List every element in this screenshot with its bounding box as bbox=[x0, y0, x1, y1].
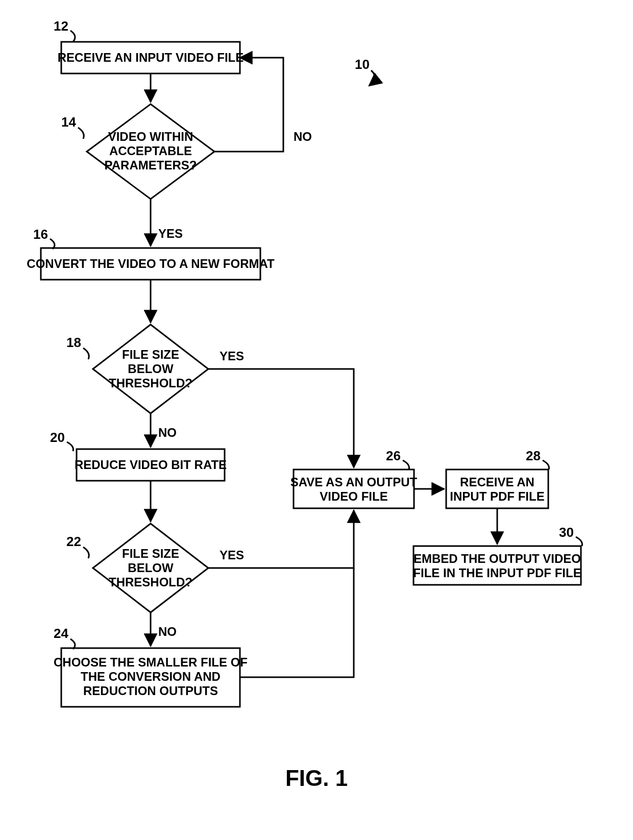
node-12-text: RECEIVE AN INPUT VIDEO FILE bbox=[58, 51, 244, 64]
edge-22-yes-label: YES bbox=[220, 548, 244, 562]
node-16-text: CONVERT THE VIDEO TO A NEW FORMAT bbox=[27, 257, 275, 270]
edge-22-no-label: NO bbox=[158, 625, 177, 638]
svg-text:BELOW: BELOW bbox=[128, 561, 174, 575]
node-18: FILE SIZE BELOW THRESHOLD? 18 bbox=[66, 325, 208, 413]
ref-10: 10 bbox=[355, 57, 370, 72]
node-20: REDUCE VIDEO BIT RATE 20 bbox=[50, 430, 227, 481]
ref-16: 16 bbox=[33, 227, 48, 242]
ref-12: 12 bbox=[54, 18, 68, 34]
svg-text:RECEIVE AN: RECEIVE AN bbox=[460, 475, 534, 489]
ref-26: 26 bbox=[386, 448, 401, 463]
node-22: FILE SIZE BELOW THRESHOLD? 22 bbox=[66, 524, 208, 612]
svg-text:EMBED THE OUTPUT VIDEO: EMBED THE OUTPUT VIDEO bbox=[413, 552, 581, 565]
figure-title: FIG. 1 bbox=[285, 765, 348, 790]
node-28: RECEIVE AN INPUT PDF FILE 28 bbox=[446, 448, 549, 508]
ref-24: 24 bbox=[54, 626, 68, 641]
svg-text:FILE IN THE INPUT PDF FILE: FILE IN THE INPUT PDF FILE bbox=[413, 566, 581, 580]
ref-14: 14 bbox=[61, 114, 76, 130]
svg-text:PARAMETERS?: PARAMETERS? bbox=[105, 158, 197, 172]
svg-text:THE CONVERSION AND: THE CONVERSION AND bbox=[81, 670, 221, 683]
svg-text:REDUCTION OUTPUTS: REDUCTION OUTPUTS bbox=[83, 684, 218, 698]
svg-text:BELOW: BELOW bbox=[128, 362, 174, 376]
svg-text:FILE SIZE: FILE SIZE bbox=[122, 547, 179, 560]
edge-14-no-label: NO bbox=[294, 130, 312, 143]
svg-text:INPUT PDF FILE: INPUT PDF FILE bbox=[450, 489, 544, 503]
edge-18-no-label: NO bbox=[158, 426, 177, 439]
edge-14-yes-label: YES bbox=[158, 227, 183, 240]
svg-text:VIDEO FILE: VIDEO FILE bbox=[320, 489, 387, 503]
ref-10-mark: 10 bbox=[355, 57, 375, 86]
svg-text:THRESHOLD?: THRESHOLD? bbox=[109, 376, 192, 390]
edge-18-yes bbox=[208, 369, 354, 467]
flowchart-canvas: RECEIVE AN INPUT VIDEO FILE 12 VIDEO WIT… bbox=[0, 0, 633, 840]
ref-20: 20 bbox=[50, 430, 65, 445]
svg-text:SAVE AS AN OUTPUT: SAVE AS AN OUTPUT bbox=[290, 475, 418, 489]
node-20-text: REDUCE VIDEO BIT RATE bbox=[75, 458, 227, 472]
node-14: VIDEO WITHIN ACCEPTABLE PARAMETERS? 14 bbox=[61, 104, 214, 199]
svg-text:THRESHOLD?: THRESHOLD? bbox=[109, 575, 192, 589]
edge-24-26 bbox=[240, 568, 354, 677]
svg-text:VIDEO WITHIN: VIDEO WITHIN bbox=[108, 130, 193, 143]
svg-text:FILE SIZE: FILE SIZE bbox=[122, 348, 179, 361]
svg-text:CHOOSE THE SMALLER FILE OF: CHOOSE THE SMALLER FILE OF bbox=[54, 655, 248, 669]
ref-22: 22 bbox=[66, 534, 81, 549]
ref-28: 28 bbox=[526, 448, 541, 463]
svg-text:ACCEPTABLE: ACCEPTABLE bbox=[109, 144, 192, 158]
node-12: RECEIVE AN INPUT VIDEO FILE 12 bbox=[54, 18, 244, 73]
ref-18: 18 bbox=[66, 335, 81, 350]
edge-18-yes-label: YES bbox=[220, 349, 244, 363]
ref-30: 30 bbox=[559, 525, 574, 540]
